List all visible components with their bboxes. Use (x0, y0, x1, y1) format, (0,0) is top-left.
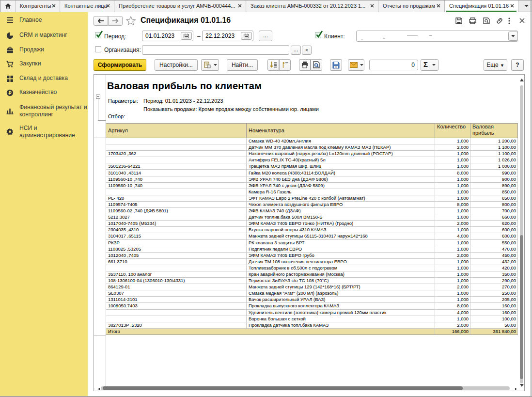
svg-text:₽: ₽ (8, 90, 11, 95)
